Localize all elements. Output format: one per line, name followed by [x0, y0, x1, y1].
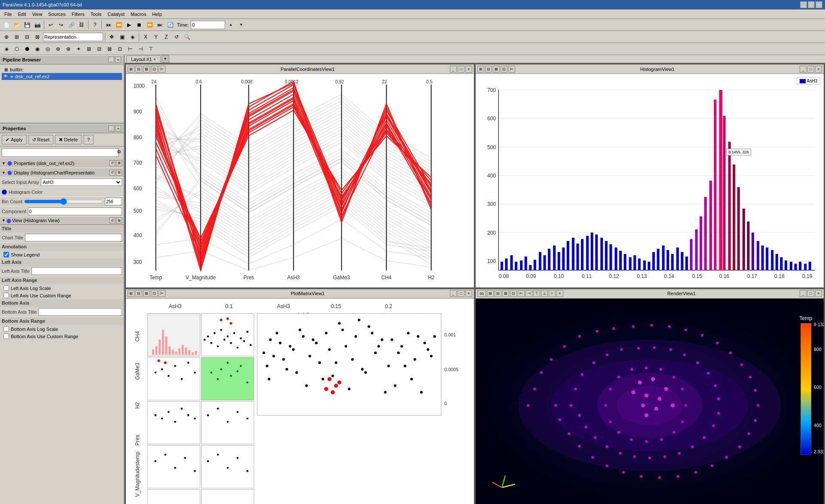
bottom-log-scale-checkbox[interactable]: [3, 326, 9, 332]
pcv-close-btn[interactable]: ×: [465, 66, 472, 73]
display-hist-row[interactable]: ▼ ⬤ Display (HistogramChartRepresentatio…: [0, 168, 124, 177]
camera-y-btn[interactable]: Y: [151, 32, 161, 42]
bottom-custom-range-checkbox[interactable]: [3, 333, 9, 339]
rv-btn9[interactable]: ⊥: [541, 290, 548, 297]
layout-tab-1[interactable]: Layout #1 ×: [126, 55, 161, 63]
loop-btn[interactable]: 🔄: [165, 20, 175, 30]
reset-button[interactable]: ↺ Reset: [28, 135, 54, 144]
props-minimize-btn[interactable]: _: [108, 125, 114, 131]
left-custom-range-checkbox[interactable]: [3, 293, 9, 298]
rv-btn6[interactable]: ⊢: [518, 290, 525, 297]
hv-max-btn[interactable]: □: [807, 66, 814, 73]
view-copy-btn[interactable]: ⊞: [116, 217, 122, 223]
tool3[interactable]: ⬢: [22, 44, 32, 54]
fit-btn[interactable]: ⊞: [12, 32, 21, 42]
menu-help[interactable]: Help: [150, 11, 165, 18]
undo-btn[interactable]: ↩: [46, 20, 55, 30]
time-down-btn[interactable]: ▼: [236, 20, 246, 30]
rv-btn4[interactable]: ⊠: [502, 290, 509, 297]
menu-view[interactable]: View: [30, 11, 45, 18]
redo-btn[interactable]: ↪: [56, 20, 66, 30]
stop-btn[interactable]: ⏹: [134, 20, 144, 30]
rv-close-btn[interactable]: ×: [815, 290, 822, 297]
tool7[interactable]: ⊕: [64, 44, 73, 54]
representation-combo[interactable]: [43, 33, 103, 41]
reset-camera-btn[interactable]: ⊕: [2, 32, 11, 42]
hv-btn2[interactable]: ⊟: [485, 66, 492, 73]
bin-count-slider[interactable]: [24, 199, 103, 205]
rv-btn5[interactable]: ⊡: [510, 290, 517, 297]
rv-btn3[interactable]: ⊟: [495, 290, 501, 297]
connect-btn[interactable]: 🔗: [67, 20, 76, 30]
pcv-btn3[interactable]: ⊠: [143, 66, 150, 73]
minimize-btn[interactable]: _: [800, 1, 807, 8]
hv-btn3[interactable]: ⊠: [493, 66, 500, 73]
search-input[interactable]: [2, 148, 119, 157]
save-screenshot-btn[interactable]: 📷: [33, 20, 42, 30]
view-refresh-btn[interactable]: ↺: [109, 217, 115, 223]
interact-btn[interactable]: ✥: [107, 32, 116, 42]
props-copy-btn[interactable]: ⊞: [116, 160, 122, 166]
tool4[interactable]: ◉: [33, 44, 42, 54]
tool14[interactable]: ⊣: [136, 44, 145, 54]
tool9[interactable]: ⊞: [84, 44, 94, 54]
close-btn[interactable]: ×: [816, 1, 822, 8]
delete-button[interactable]: ✖ Delete: [55, 135, 82, 144]
zoom-in-btn[interactable]: 🔍: [182, 32, 192, 42]
chart-title-input[interactable]: [25, 234, 122, 241]
split-h-btn[interactable]: ⊠: [33, 32, 42, 42]
tab-close-icon[interactable]: ×: [153, 57, 156, 61]
rv-max-btn[interactable]: □: [807, 290, 814, 297]
hv-min-btn[interactable]: _: [800, 66, 807, 73]
rv-btn10[interactable]: ⊦: [549, 290, 556, 297]
rv-btn11[interactable]: ⊧: [556, 290, 563, 297]
props-close-btn[interactable]: ×: [115, 125, 121, 131]
help-button[interactable]: ?: [83, 135, 94, 144]
hv-close-btn[interactable]: ×: [815, 66, 822, 73]
input-array-combo[interactable]: AsH3: [41, 178, 122, 186]
rv-btn2[interactable]: ⊞: [487, 290, 494, 297]
disconnect-btn[interactable]: ⛓: [77, 20, 86, 30]
props-refresh-btn[interactable]: ↺: [109, 160, 115, 166]
props-disk-row[interactable]: ▼ ⬤ Properties (disk_out_ref.ex2) ↺ ⊞: [0, 159, 124, 168]
rv-btn7[interactable]: ⊣: [526, 290, 532, 297]
camera-z-btn[interactable]: Z: [162, 32, 171, 42]
camera-x-btn[interactable]: X: [141, 32, 150, 42]
rv-btn8[interactable]: ⊤: [533, 290, 540, 297]
menu-edit[interactable]: Edit: [15, 11, 29, 18]
tool1[interactable]: ◈: [2, 44, 11, 54]
pmv-btn4[interactable]: ⊡: [151, 290, 158, 297]
rv-min-btn[interactable]: _: [800, 290, 807, 297]
time-input[interactable]: [191, 21, 225, 29]
hv-btn5[interactable]: ⊢: [508, 66, 515, 73]
tool6[interactable]: ⊛: [53, 44, 63, 54]
pmv-btn5[interactable]: ⊢: [159, 290, 165, 297]
menu-sources[interactable]: Sources: [46, 11, 68, 18]
component-input[interactable]: [28, 208, 122, 215]
tool13[interactable]: ⊢: [125, 44, 135, 54]
menu-catalyst[interactable]: Catalyst: [105, 11, 127, 18]
tool8[interactable]: ✦: [74, 44, 83, 54]
tool10[interactable]: ⊟: [95, 44, 104, 54]
tool12[interactable]: ⊡: [115, 44, 125, 54]
pmv-btn3[interactable]: ⊠: [143, 290, 150, 297]
tool5[interactable]: ◎: [43, 44, 52, 54]
hv-btn1[interactable]: ⊞: [477, 66, 484, 73]
next-frame-btn[interactable]: ⏭: [155, 20, 165, 30]
arrange-btn[interactable]: ⊟: [22, 32, 32, 42]
pmv-btn2[interactable]: ⊟: [135, 290, 142, 297]
pipeline-disk-item[interactable]: 👁 ■ disk_out_ref.ex2: [2, 73, 122, 80]
tool2[interactable]: ⬡: [12, 44, 21, 54]
display-refresh-btn[interactable]: ↺: [109, 170, 115, 176]
save-btn[interactable]: 💾: [22, 20, 32, 30]
new-btn[interactable]: 📄: [2, 20, 11, 30]
pmv-max-btn[interactable]: □: [458, 290, 464, 297]
pcv-btn1[interactable]: ⊞: [128, 66, 134, 73]
bin-count-input[interactable]: [105, 198, 122, 205]
pipeline-close-btn[interactable]: ×: [115, 57, 121, 63]
prev-frame-btn[interactable]: ⏮: [104, 20, 113, 30]
menu-file[interactable]: File: [2, 11, 15, 18]
pcv-btn5[interactable]: ⊢: [159, 66, 165, 73]
bottom-axis-title-input[interactable]: [38, 308, 122, 316]
reset-all-btn[interactable]: ↺: [172, 32, 181, 42]
